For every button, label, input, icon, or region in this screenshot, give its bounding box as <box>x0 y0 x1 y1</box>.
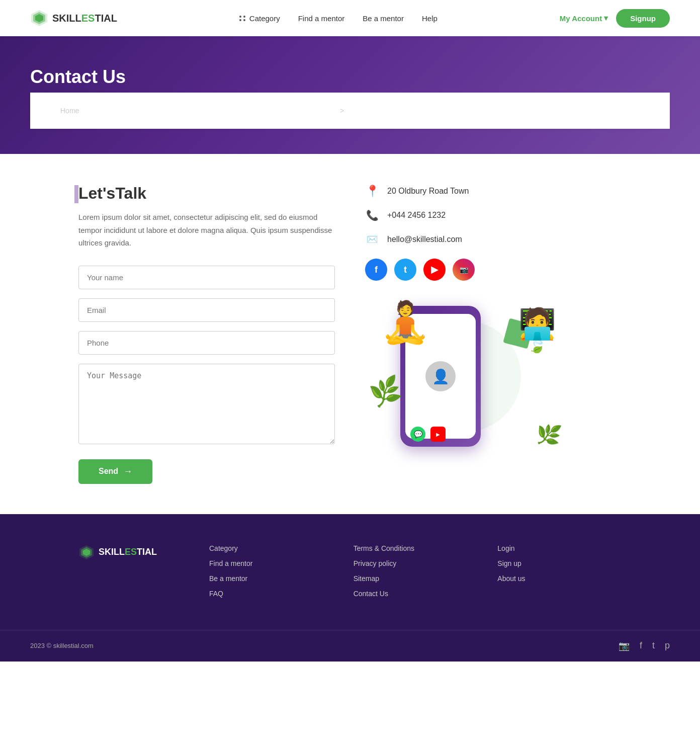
footer-col-2: Terms & Conditions Privacy policy Sitema… <box>354 544 478 605</box>
breadcrumb-current: Contact Us <box>605 107 640 115</box>
name-field-group <box>78 266 335 289</box>
footer-logo-text: SKILLESTIAL <box>99 547 157 557</box>
phone-item: 📞 +044 2456 1232 <box>365 208 622 222</box>
email-item: ✉️ hello@skillestial.com <box>365 232 622 246</box>
nav-find-mentor[interactable]: Find a mentor <box>298 14 345 23</box>
footer-col-1: Category Find a mentor Be a mentor FAQ <box>209 544 333 605</box>
logo-icon <box>30 9 48 27</box>
signup-button[interactable]: Signup <box>616 9 670 28</box>
phone-input[interactable] <box>78 331 335 355</box>
email-field-group <box>78 298 335 322</box>
phone-icon: 📞 <box>365 208 379 222</box>
contact-info: 📍 20 Oldbury Road Town 📞 +044 2456 1232 … <box>365 184 622 246</box>
footer-brand: SKILLESTIAL <box>78 544 189 605</box>
nav-right: My Account ▾ Signup <box>560 9 670 28</box>
footer-logo: SKILLESTIAL <box>78 544 189 560</box>
page-title: Contact Us <box>30 66 670 88</box>
send-button[interactable]: Send → <box>78 459 152 484</box>
phone-icons: 💬 ▶ <box>410 427 446 442</box>
message-input[interactable] <box>78 364 335 444</box>
arrow-right-icon: → <box>123 466 132 477</box>
chevron-down-icon: ▾ <box>604 14 608 23</box>
leaf-right-illustration: 🌿 <box>534 421 563 449</box>
footer-link-category[interactable]: Category <box>209 544 333 552</box>
footer-link-faq[interactable]: FAQ <box>209 590 333 598</box>
navigation: SKILLESTIAL Category Find a mentor Be a … <box>0 0 700 36</box>
footer-link-about[interactable]: About us <box>497 574 622 583</box>
nav-links: Category Find a mentor Be a mentor Help <box>239 14 438 23</box>
logo[interactable]: SKILLESTIAL <box>30 9 117 27</box>
breadcrumb: Home > Contact Us <box>30 93 670 129</box>
footer-link-be-mentor[interactable]: Be a mentor <box>209 574 333 583</box>
address-text: 20 Oldbury Road Town <box>387 187 469 196</box>
twitter-button[interactable]: t <box>394 259 416 281</box>
footer-bottom: 2023 © skillestial.com 📷 f t p <box>0 630 700 662</box>
youtube-icon: ▶ <box>431 264 438 275</box>
nav-category[interactable]: Category <box>239 14 280 23</box>
video-icon: ▶ <box>430 427 446 442</box>
footer-social-icons: 📷 f t p <box>619 640 670 651</box>
facebook-footer-icon[interactable]: f <box>640 640 642 651</box>
youtube-button[interactable]: ▶ <box>423 259 446 281</box>
twitter-icon: t <box>404 265 407 275</box>
copyright-text: 2023 © skillestial.com <box>30 642 94 649</box>
hero-banner: Contact Us Home > Contact Us <box>0 36 700 154</box>
footer: SKILLESTIAL Category Find a mentor Be a … <box>0 514 700 662</box>
contact-info-section: 📍 20 Oldbury Road Town 📞 +044 2456 1232 … <box>365 184 622 484</box>
nav-be-mentor[interactable]: Be a mentor <box>363 14 404 23</box>
my-account-button[interactable]: My Account ▾ <box>560 14 608 23</box>
footer-col-3: Login Sign up About us <box>497 544 622 605</box>
breadcrumb-separator: > <box>340 107 344 115</box>
email-input[interactable] <box>78 298 335 322</box>
facebook-icon: f <box>375 265 378 275</box>
pinterest-footer-icon[interactable]: p <box>665 640 670 651</box>
name-input[interactable] <box>78 266 335 289</box>
address-item: 📍 20 Oldbury Road Town <box>365 184 622 198</box>
instagram-icon: 📷 <box>460 266 468 274</box>
footer-link-terms[interactable]: Terms & Conditions <box>354 544 478 552</box>
footer-link-sitemap[interactable]: Sitemap <box>354 574 478 583</box>
footer-link-privacy[interactable]: Privacy policy <box>354 559 478 567</box>
instagram-footer-icon[interactable]: 📷 <box>619 640 630 651</box>
nav-help[interactable]: Help <box>422 14 438 23</box>
footer-link-login[interactable]: Login <box>497 544 622 552</box>
instagram-button[interactable]: 📷 <box>453 259 475 281</box>
whatsapp-icon: 💬 <box>410 427 425 442</box>
main-content: Let'sTalk Lorem ipsum dolor sit amet, co… <box>48 184 652 484</box>
contact-illustration: 👤 💬 ▶ 🧘 🧑‍💻 🌿 🌿 🍃 <box>365 296 566 457</box>
social-links: f t ▶ 📷 <box>365 259 622 281</box>
grid-icon <box>239 16 246 21</box>
footer-link-contact[interactable]: Contact Us <box>354 590 478 598</box>
message-field-group <box>78 364 335 446</box>
facebook-button[interactable]: f <box>365 259 387 281</box>
logo-text: SKILLESTIAL <box>52 13 117 24</box>
email-text: hello@skillestial.com <box>387 235 462 244</box>
leaf-left-illustration: 🌿 <box>367 374 405 410</box>
phone-field-group <box>78 331 335 355</box>
section-title: Let'sTalk <box>78 184 335 203</box>
footer-link-find-mentor[interactable]: Find a mentor <box>209 559 333 567</box>
email-icon: ✉️ <box>365 232 379 246</box>
footer-content: SKILLESTIAL Category Find a mentor Be a … <box>48 544 652 630</box>
breadcrumb-home[interactable]: Home <box>60 107 79 115</box>
send-label: Send <box>99 467 118 476</box>
twitter-footer-icon[interactable]: t <box>652 640 655 651</box>
location-icon: 📍 <box>365 184 379 198</box>
person-sitting-illustration: 🧘 <box>380 299 430 346</box>
footer-logo-icon <box>78 544 95 560</box>
avatar-illustration: 👤 <box>425 361 456 391</box>
person-laptop-illustration: 🧑‍💻 <box>518 306 556 342</box>
section-description: Lorem ipsum dolor sit amet, consectetur … <box>78 211 335 250</box>
phone-text: +044 2456 1232 <box>387 211 446 220</box>
contact-form-section: Let'sTalk Lorem ipsum dolor sit amet, co… <box>78 184 335 484</box>
footer-link-signup[interactable]: Sign up <box>497 559 622 567</box>
